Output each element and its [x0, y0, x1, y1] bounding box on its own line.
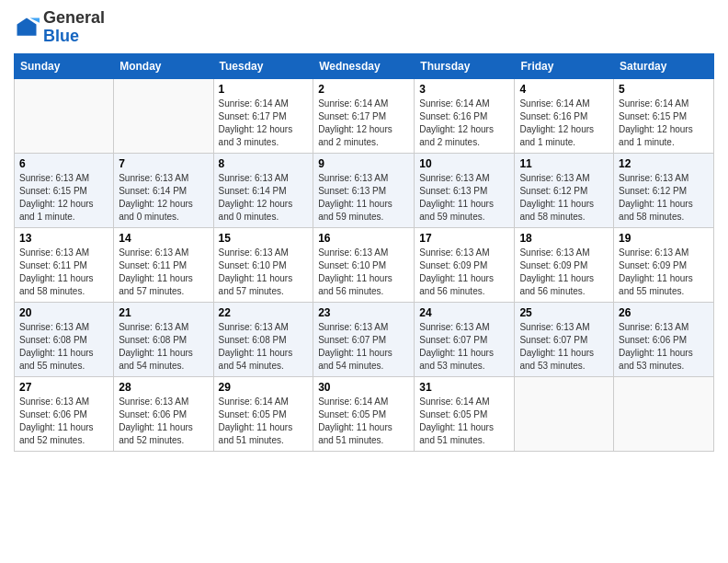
page: General Blue SundayMondayTuesdayWednesda… — [0, 0, 728, 563]
day-info: Sunrise: 6:13 AM Sunset: 6:13 PM Dayligh… — [419, 172, 509, 224]
day-info: Sunrise: 6:14 AM Sunset: 6:05 PM Dayligh… — [419, 396, 509, 447]
day-number: 23 — [318, 306, 409, 319]
day-number: 17 — [419, 232, 509, 245]
calendar-cell: 20Sunrise: 6:13 AM Sunset: 6:08 PM Dayli… — [15, 302, 114, 376]
day-info: Sunrise: 6:13 AM Sunset: 6:11 PM Dayligh… — [19, 247, 108, 298]
day-number: 19 — [619, 232, 709, 245]
calendar-cell: 3Sunrise: 6:14 AM Sunset: 6:16 PM Daylig… — [415, 78, 515, 153]
day-info: Sunrise: 6:13 AM Sunset: 6:12 PM Dayligh… — [619, 172, 709, 224]
logo-line2: Blue — [43, 28, 105, 46]
day-info: Sunrise: 6:13 AM Sunset: 6:09 PM Dayligh… — [519, 247, 609, 298]
calendar-cell — [515, 376, 614, 451]
day-number: 20 — [19, 306, 108, 319]
day-info: Sunrise: 6:14 AM Sunset: 6:17 PM Dayligh… — [318, 98, 409, 149]
calendar-cell: 17Sunrise: 6:13 AM Sunset: 6:09 PM Dayli… — [415, 227, 515, 302]
day-number: 5 — [619, 83, 709, 96]
day-number: 31 — [419, 381, 509, 394]
day-info: Sunrise: 6:14 AM Sunset: 6:17 PM Dayligh… — [219, 98, 309, 149]
logo: General Blue — [14, 9, 105, 46]
day-number: 21 — [119, 306, 208, 319]
day-number: 25 — [519, 306, 609, 319]
day-info: Sunrise: 6:13 AM Sunset: 6:07 PM Dayligh… — [419, 321, 509, 373]
calendar-cell: 2Sunrise: 6:14 AM Sunset: 6:17 PM Daylig… — [313, 78, 415, 153]
calendar-cell: 13Sunrise: 6:13 AM Sunset: 6:11 PM Dayli… — [15, 227, 114, 302]
day-number: 9 — [318, 157, 409, 170]
day-info: Sunrise: 6:14 AM Sunset: 6:05 PM Dayligh… — [219, 396, 309, 447]
calendar-day-header: Saturday — [614, 53, 714, 78]
calendar-cell: 18Sunrise: 6:13 AM Sunset: 6:09 PM Dayli… — [515, 227, 614, 302]
calendar-cell: 7Sunrise: 6:13 AM Sunset: 6:14 PM Daylig… — [114, 153, 213, 227]
logo-icon — [14, 15, 40, 40]
calendar-cell: 8Sunrise: 6:13 AM Sunset: 6:14 PM Daylig… — [213, 153, 313, 227]
day-info: Sunrise: 6:13 AM Sunset: 6:08 PM Dayligh… — [119, 321, 208, 373]
calendar-cell: 27Sunrise: 6:13 AM Sunset: 6:06 PM Dayli… — [15, 376, 114, 451]
calendar-day-header: Wednesday — [313, 53, 415, 78]
calendar-day-header: Sunday — [15, 53, 114, 78]
day-info: Sunrise: 6:13 AM Sunset: 6:06 PM Dayligh… — [619, 321, 709, 373]
day-info: Sunrise: 6:13 AM Sunset: 6:12 PM Dayligh… — [519, 172, 609, 224]
day-info: Sunrise: 6:13 AM Sunset: 6:10 PM Dayligh… — [219, 247, 309, 298]
calendar-cell: 21Sunrise: 6:13 AM Sunset: 6:08 PM Dayli… — [114, 302, 213, 376]
day-number: 4 — [519, 83, 609, 96]
calendar-week-row: 6Sunrise: 6:13 AM Sunset: 6:15 PM Daylig… — [15, 153, 714, 227]
calendar-cell: 29Sunrise: 6:14 AM Sunset: 6:05 PM Dayli… — [213, 376, 313, 451]
day-number: 29 — [219, 381, 309, 394]
day-info: Sunrise: 6:14 AM Sunset: 6:16 PM Dayligh… — [419, 98, 509, 149]
calendar-cell: 16Sunrise: 6:13 AM Sunset: 6:10 PM Dayli… — [313, 227, 415, 302]
day-number: 13 — [19, 232, 108, 245]
calendar-day-header: Friday — [515, 53, 614, 78]
day-number: 1 — [219, 83, 309, 96]
calendar-cell: 30Sunrise: 6:14 AM Sunset: 6:05 PM Dayli… — [313, 376, 415, 451]
day-info: Sunrise: 6:13 AM Sunset: 6:06 PM Dayligh… — [119, 396, 208, 447]
calendar-cell: 31Sunrise: 6:14 AM Sunset: 6:05 PM Dayli… — [415, 376, 515, 451]
day-info: Sunrise: 6:13 AM Sunset: 6:13 PM Dayligh… — [318, 172, 409, 224]
calendar-cell: 1Sunrise: 6:14 AM Sunset: 6:17 PM Daylig… — [213, 78, 313, 153]
day-number: 15 — [219, 232, 309, 245]
day-info: Sunrise: 6:13 AM Sunset: 6:08 PM Dayligh… — [19, 321, 108, 373]
calendar-cell: 4Sunrise: 6:14 AM Sunset: 6:16 PM Daylig… — [515, 78, 614, 153]
day-number: 18 — [519, 232, 609, 245]
calendar-cell: 22Sunrise: 6:13 AM Sunset: 6:08 PM Dayli… — [213, 302, 313, 376]
day-info: Sunrise: 6:13 AM Sunset: 6:14 PM Dayligh… — [119, 172, 208, 224]
calendar-cell: 15Sunrise: 6:13 AM Sunset: 6:10 PM Dayli… — [213, 227, 313, 302]
day-number: 26 — [619, 306, 709, 319]
day-number: 30 — [318, 381, 409, 394]
calendar-cell: 25Sunrise: 6:13 AM Sunset: 6:07 PM Dayli… — [515, 302, 614, 376]
logo-line1: General — [43, 9, 105, 28]
day-info: Sunrise: 6:14 AM Sunset: 6:16 PM Dayligh… — [519, 98, 609, 149]
calendar-cell: 28Sunrise: 6:13 AM Sunset: 6:06 PM Dayli… — [114, 376, 213, 451]
day-number: 2 — [318, 83, 409, 96]
day-info: Sunrise: 6:14 AM Sunset: 6:05 PM Dayligh… — [318, 396, 409, 447]
calendar-cell: 10Sunrise: 6:13 AM Sunset: 6:13 PM Dayli… — [415, 153, 515, 227]
calendar-week-row: 13Sunrise: 6:13 AM Sunset: 6:11 PM Dayli… — [15, 227, 714, 302]
day-number: 22 — [219, 306, 309, 319]
calendar-cell: 23Sunrise: 6:13 AM Sunset: 6:07 PM Dayli… — [313, 302, 415, 376]
calendar-cell: 5Sunrise: 6:14 AM Sunset: 6:15 PM Daylig… — [614, 78, 714, 153]
svg-marker-0 — [17, 17, 37, 35]
calendar-cell: 6Sunrise: 6:13 AM Sunset: 6:15 PM Daylig… — [15, 153, 114, 227]
calendar-table: SundayMondayTuesdayWednesdayThursdayFrid… — [14, 53, 714, 452]
day-number: 24 — [419, 306, 509, 319]
day-number: 16 — [318, 232, 409, 245]
day-number: 28 — [119, 381, 208, 394]
day-number: 8 — [219, 157, 309, 170]
header: General Blue — [14, 9, 714, 46]
day-info: Sunrise: 6:13 AM Sunset: 6:10 PM Dayligh… — [318, 247, 409, 298]
calendar-week-row: 27Sunrise: 6:13 AM Sunset: 6:06 PM Dayli… — [15, 376, 714, 451]
day-info: Sunrise: 6:13 AM Sunset: 6:06 PM Dayligh… — [19, 396, 108, 447]
calendar-day-header: Thursday — [415, 53, 515, 78]
day-number: 12 — [619, 157, 709, 170]
day-number: 3 — [419, 83, 509, 96]
day-info: Sunrise: 6:14 AM Sunset: 6:15 PM Dayligh… — [619, 98, 709, 149]
day-info: Sunrise: 6:13 AM Sunset: 6:07 PM Dayligh… — [318, 321, 409, 373]
calendar-cell: 11Sunrise: 6:13 AM Sunset: 6:12 PM Dayli… — [515, 153, 614, 227]
calendar-week-row: 1Sunrise: 6:14 AM Sunset: 6:17 PM Daylig… — [15, 78, 714, 153]
day-number: 27 — [19, 381, 108, 394]
calendar-cell — [15, 78, 114, 153]
day-info: Sunrise: 6:13 AM Sunset: 6:09 PM Dayligh… — [619, 247, 709, 298]
calendar-cell: 19Sunrise: 6:13 AM Sunset: 6:09 PM Dayli… — [614, 227, 714, 302]
calendar-day-header: Tuesday — [213, 53, 313, 78]
day-info: Sunrise: 6:13 AM Sunset: 6:15 PM Dayligh… — [19, 172, 108, 224]
calendar-cell — [114, 78, 213, 153]
calendar-day-header: Monday — [114, 53, 213, 78]
